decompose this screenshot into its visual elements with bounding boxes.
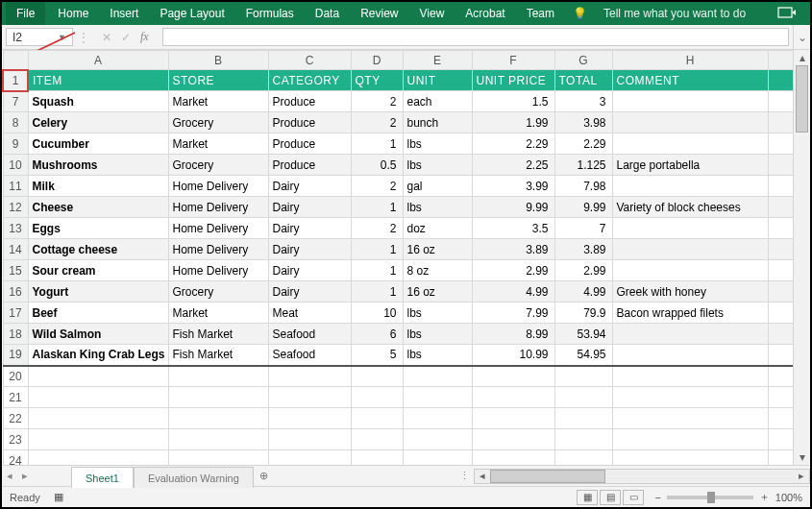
header-cell[interactable] — [768, 70, 793, 91]
row-header[interactable]: 17 — [3, 303, 28, 324]
cell[interactable] — [351, 387, 403, 408]
header-cell[interactable]: STORE — [168, 70, 268, 91]
view-normal-icon[interactable]: ▦ — [577, 490, 598, 505]
row-header[interactable]: 1 — [3, 70, 28, 91]
cell[interactable]: Dairy — [268, 239, 351, 260]
row-header[interactable]: 13 — [3, 218, 28, 239]
header-cell[interactable]: UNIT — [403, 70, 472, 91]
row-header[interactable]: 24 — [3, 450, 28, 466]
horizontal-scrollbar[interactable]: ◂ ▸ — [474, 469, 810, 484]
cell[interactable]: Grocery — [168, 281, 268, 303]
cell[interactable]: Dairy — [268, 176, 351, 197]
cell[interactable]: 54.95 — [554, 345, 612, 366]
row-header[interactable]: 8 — [3, 112, 28, 133]
fx-icon[interactable]: fx — [140, 30, 155, 44]
cell[interactable]: Meat — [268, 303, 351, 324]
cell[interactable] — [168, 387, 268, 408]
vertical-scrollbar[interactable]: ▴ ▾ — [793, 50, 810, 465]
cancel-icon[interactable]: ✕ — [102, 31, 111, 44]
cell[interactable]: Alaskan King Crab Legs — [28, 345, 168, 366]
cell[interactable]: 53.94 — [554, 324, 612, 345]
cell[interactable] — [768, 345, 793, 366]
cell[interactable] — [768, 324, 793, 345]
cell[interactable] — [403, 450, 472, 466]
cell[interactable]: Home Delivery — [168, 197, 268, 218]
cell[interactable] — [268, 366, 351, 387]
ribbon-tab-review[interactable]: Review — [350, 2, 408, 25]
zoom-slider[interactable] — [667, 496, 753, 499]
data-row[interactable]: 9CucumberMarketProduce1lbs2.292.29 — [3, 133, 793, 155]
cell[interactable] — [768, 218, 793, 239]
cell[interactable] — [768, 176, 793, 197]
enter-icon[interactable]: ✓ — [121, 31, 131, 44]
cell[interactable] — [28, 429, 168, 450]
sheet-tab-warning[interactable]: Evaluation Warning — [134, 467, 254, 488]
cell[interactable] — [554, 387, 612, 408]
scroll-left-icon[interactable]: ◂ — [475, 470, 490, 482]
tell-me-input[interactable]: Tell me what you want to do — [593, 2, 756, 25]
ribbon-tab-acrobat[interactable]: Acrobat — [455, 2, 515, 25]
cell[interactable]: 7.99 — [472, 303, 554, 324]
cell[interactable]: 5 — [351, 345, 403, 366]
cell[interactable]: Dairy — [268, 260, 351, 281]
new-sheet-icon[interactable]: ⊕ — [254, 466, 275, 487]
cell[interactable] — [612, 324, 768, 345]
ribbon-tab-team[interactable]: Team — [516, 2, 565, 25]
cell[interactable]: Cottage cheese — [28, 239, 168, 260]
scroll-right-icon[interactable]: ▸ — [794, 470, 809, 482]
cell[interactable]: Home Delivery — [168, 239, 268, 260]
empty-row[interactable]: 23 — [3, 429, 793, 450]
cell[interactable] — [612, 91, 768, 112]
cell[interactable]: 79.9 — [554, 303, 612, 324]
cell[interactable]: 2 — [351, 112, 403, 133]
cell[interactable]: Produce — [268, 91, 351, 112]
cell[interactable]: Grocery — [168, 155, 268, 176]
data-row[interactable]: 1ITEMSTORECATEGORYQTYUNITUNIT PRICETOTAL… — [3, 70, 793, 91]
cell[interactable] — [472, 408, 554, 429]
data-row[interactable]: 13EggsHome DeliveryDairy2doz3.57 — [3, 218, 793, 239]
cell[interactable] — [612, 112, 768, 133]
cell[interactable] — [612, 366, 768, 387]
data-row[interactable]: 11MilkHome DeliveryDairy2gal3.997.98 — [3, 176, 793, 197]
cell[interactable] — [28, 450, 168, 466]
sheet-tab-active[interactable]: Sheet1 — [71, 467, 134, 488]
cell[interactable]: 1 — [351, 281, 403, 303]
cell[interactable]: 0.5 — [351, 155, 403, 176]
cell[interactable]: Home Delivery — [168, 260, 268, 281]
ribbon-tab-insert[interactable]: Insert — [99, 2, 149, 25]
column-header[interactable]: F — [472, 51, 554, 70]
cell[interactable] — [472, 366, 554, 387]
cell[interactable] — [554, 429, 612, 450]
cell[interactable]: Sour cream — [28, 260, 168, 281]
cell[interactable] — [351, 408, 403, 429]
cell[interactable] — [612, 387, 768, 408]
cell[interactable]: 8 oz — [403, 260, 472, 281]
cell[interactable]: Market — [168, 303, 268, 324]
row-header[interactable]: 9 — [3, 133, 28, 155]
data-row[interactable]: 18Wild SalmonFish MarketSeafood6lbs8.995… — [3, 324, 793, 345]
cell[interactable] — [768, 429, 793, 450]
scrollbar-thumb[interactable] — [796, 65, 808, 133]
cell[interactable]: 2 — [351, 218, 403, 239]
cell[interactable]: Large portabella — [612, 155, 768, 176]
cell[interactable]: 7 — [554, 218, 612, 239]
cell[interactable] — [768, 408, 793, 429]
row-header[interactable]: 7 — [3, 91, 28, 112]
cell[interactable] — [768, 260, 793, 281]
cell[interactable]: 16 oz — [403, 239, 472, 260]
row-header[interactable]: 18 — [3, 324, 28, 345]
cell[interactable]: 1 — [351, 197, 403, 218]
cell[interactable]: Yogurt — [28, 281, 168, 303]
cell[interactable]: 4.99 — [554, 281, 612, 303]
cell[interactable]: 3.89 — [472, 239, 554, 260]
cell[interactable] — [612, 345, 768, 366]
cell[interactable] — [554, 366, 612, 387]
cell[interactable]: Milk — [28, 176, 168, 197]
empty-row[interactable]: 21 — [3, 387, 793, 408]
cell[interactable]: 4.99 — [472, 281, 554, 303]
zoom-in-icon[interactable]: ＋ — [759, 490, 770, 504]
column-header[interactable]: H — [612, 51, 768, 70]
cell[interactable] — [28, 387, 168, 408]
hscrollbar-thumb[interactable] — [490, 470, 605, 483]
data-row[interactable]: 10MushroomsGroceryProduce0.5lbs2.251.125… — [3, 155, 793, 176]
